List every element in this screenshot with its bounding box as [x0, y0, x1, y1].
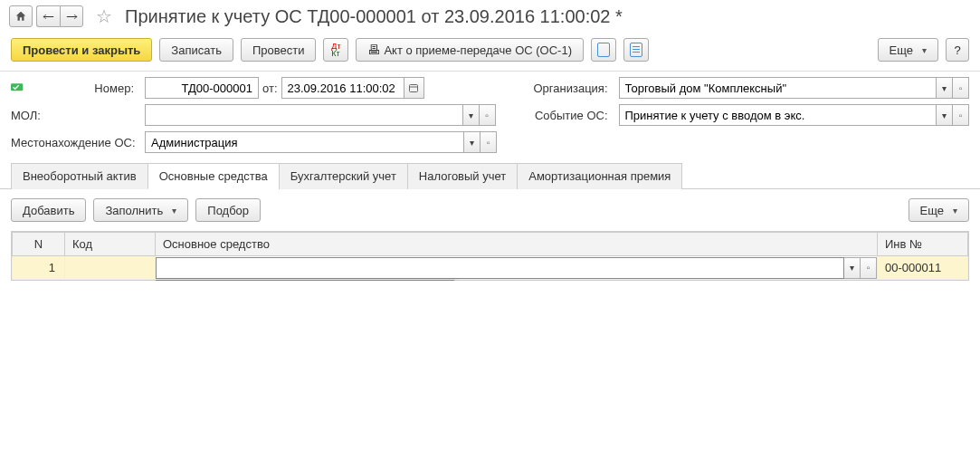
cell-row-number: 1: [13, 256, 65, 280]
mol-open-button[interactable]: ▫: [480, 104, 496, 126]
report-button[interactable]: [623, 38, 649, 62]
page-title: Принятие к учету ОС ТД00-000001 от 23.09…: [125, 6, 623, 27]
tab-fixed-assets[interactable]: Основные средства: [147, 163, 280, 189]
help-button[interactable]: ?: [946, 38, 969, 62]
os-dropdown-list: Копир "Minolta" Копир "Minolta" Показать…: [156, 280, 454, 281]
cell-code[interactable]: [65, 256, 156, 280]
location-open-button[interactable]: ▫: [480, 131, 497, 153]
cell-fixed-asset[interactable]: ▾ ▫ Копир "Minolta" Копир "Minolta" Пока…: [156, 256, 878, 280]
org-open-button[interactable]: ▫: [953, 77, 969, 99]
event-label: Событие ОС:: [503, 109, 612, 122]
mol-label: МОЛ:: [11, 109, 138, 122]
doc-lines-icon: [630, 43, 642, 57]
post-button[interactable]: Провести: [241, 38, 317, 62]
location-label: Местонахождение ОС:: [11, 136, 138, 149]
more-button[interactable]: Еще: [878, 38, 938, 62]
mol-input[interactable]: [145, 104, 463, 126]
status-flag-icon: [11, 82, 25, 94]
add-row-button[interactable]: Добавить: [11, 198, 86, 222]
calendar-icon: [408, 82, 419, 93]
org-input[interactable]: [619, 77, 937, 99]
event-dropdown-button[interactable]: ▾: [937, 104, 953, 126]
os-input[interactable]: [156, 257, 844, 279]
act-label: Акт о приеме-передаче ОС (ОС-1): [384, 43, 572, 57]
event-input[interactable]: [619, 104, 937, 126]
tab-nonturnover-asset[interactable]: Внеоборотный актив: [11, 163, 148, 189]
save-button[interactable]: Записать: [159, 38, 233, 62]
date-input[interactable]: [281, 77, 404, 99]
related-docs-button[interactable]: [591, 38, 616, 62]
os-dropdown-button[interactable]: ▾: [844, 257, 861, 279]
grid-more-button[interactable]: Еще: [909, 198, 969, 222]
tab-tax-accounting[interactable]: Налоговый учет: [407, 163, 518, 189]
print-act-button[interactable]: 🖶 Акт о приеме-передаче ОС (ОС-1): [356, 38, 584, 62]
table-row[interactable]: 1 ▾ ▫ Копир "Minolta" Копир "Minolta" По…: [13, 256, 968, 280]
cell-inv-number: 00-000011: [878, 256, 968, 280]
col-os-header[interactable]: Основное средство: [156, 233, 878, 256]
printer-icon: 🖶: [367, 43, 380, 57]
event-open-button[interactable]: ▫: [953, 104, 969, 126]
dk-icon: ДтКт: [331, 43, 340, 57]
col-code-header[interactable]: Код: [65, 233, 156, 256]
col-n-header[interactable]: N: [13, 233, 65, 256]
svg-rect-1: [410, 85, 418, 92]
pick-button[interactable]: Подбор: [195, 198, 261, 222]
favorite-star-icon[interactable]: ☆: [92, 5, 116, 27]
col-inv-header[interactable]: Инв №: [878, 233, 968, 256]
os-open-button[interactable]: ▫: [861, 257, 877, 279]
org-label: Организация:: [503, 82, 612, 95]
org-dropdown-button[interactable]: ▾: [937, 77, 953, 99]
fill-button[interactable]: Заполнить: [93, 198, 188, 222]
tabs: Внеоборотный актив Основные средства Бух…: [0, 162, 980, 189]
number-label: Номер:: [31, 82, 138, 95]
from-label: от:: [259, 82, 281, 95]
back-button[interactable]: 🡐: [36, 5, 60, 27]
location-dropdown-button[interactable]: ▾: [464, 131, 480, 153]
post-and-close-button[interactable]: Провести и закрыть: [11, 38, 152, 62]
home-button[interactable]: [9, 5, 33, 27]
assets-table: N Код Основное средство Инв № 1 ▾ ▫ Копи…: [12, 232, 968, 280]
tab-bonus-depreciation[interactable]: Амортизационная премия: [517, 163, 682, 189]
debit-credit-button[interactable]: ДтКт: [323, 38, 348, 62]
tab-accounting[interactable]: Бухгалтерский учет: [279, 163, 408, 189]
mol-dropdown-button[interactable]: ▾: [463, 104, 480, 126]
forward-button[interactable]: 🡒: [60, 5, 83, 27]
number-input[interactable]: [145, 77, 259, 99]
calendar-button[interactable]: [404, 77, 424, 99]
location-input[interactable]: [145, 131, 464, 153]
doc-icon: [597, 43, 610, 57]
